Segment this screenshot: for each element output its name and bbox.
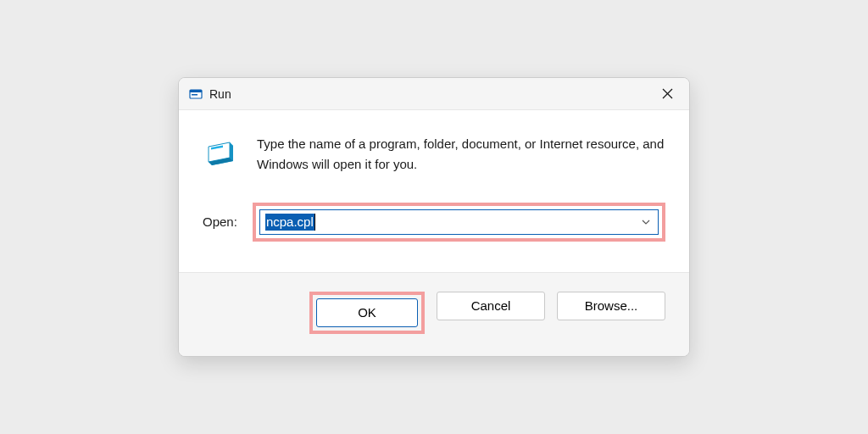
browse-button[interactable]: Browse... bbox=[557, 292, 665, 320]
input-highlight: ncpa.cpl bbox=[253, 203, 665, 242]
open-combobox[interactable]: ncpa.cpl bbox=[259, 209, 659, 235]
text-cursor bbox=[314, 214, 315, 231]
svg-rect-2 bbox=[192, 94, 198, 96]
dialog-description: Type the name of a program, folder, docu… bbox=[257, 134, 665, 174]
dialog-content: Type the name of a program, folder, docu… bbox=[179, 110, 689, 272]
chevron-down-icon bbox=[642, 220, 650, 225]
close-icon bbox=[662, 88, 673, 99]
combobox-dropdown-button[interactable] bbox=[635, 211, 657, 233]
info-row: Type the name of a program, folder, docu… bbox=[203, 134, 665, 174]
open-label: Open: bbox=[203, 214, 237, 229]
open-row: Open: ncpa.cpl bbox=[203, 203, 665, 242]
run-title-icon bbox=[189, 87, 203, 101]
run-dialog: Run Type the name of bbox=[178, 77, 690, 357]
run-app-icon bbox=[203, 137, 236, 171]
open-input-value: ncpa.cpl bbox=[265, 214, 314, 231]
close-button[interactable] bbox=[648, 81, 686, 107]
svg-rect-1 bbox=[190, 90, 202, 92]
ok-button[interactable]: OK bbox=[316, 298, 418, 327]
dialog-title: Run bbox=[209, 87, 648, 101]
ok-highlight: OK bbox=[309, 292, 425, 334]
titlebar: Run bbox=[179, 78, 689, 110]
cancel-button[interactable]: Cancel bbox=[437, 292, 545, 320]
dialog-footer: OK Cancel Browse... bbox=[179, 272, 689, 356]
